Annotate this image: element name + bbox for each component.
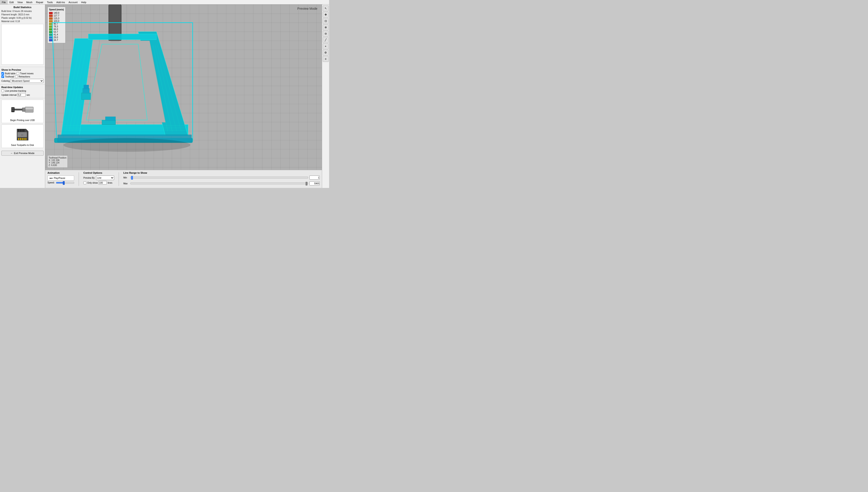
only-show-label: Only show bbox=[87, 181, 98, 184]
plastic-weight: Plastic weight: 9.09 g (0.02 lb) bbox=[1, 16, 44, 20]
live-preview-label: Live preview tracking bbox=[5, 90, 26, 92]
menu-account[interactable]: Account bbox=[67, 0, 79, 4]
svg-rect-3 bbox=[14, 109, 23, 110]
svg-rect-10 bbox=[22, 129, 23, 132]
settings-button[interactable]: ⚙ bbox=[323, 50, 329, 55]
svg-point-47 bbox=[64, 138, 191, 152]
preview-by-label: Preview By bbox=[84, 177, 95, 179]
move-button[interactable]: ✥ bbox=[323, 12, 329, 18]
measure-button[interactable]: ⌖ bbox=[323, 43, 329, 49]
coloring-label: Coloring bbox=[1, 80, 10, 82]
svg-rect-41 bbox=[81, 93, 91, 100]
svg-text:SD: SD bbox=[21, 134, 23, 136]
realtime-section: Real-time Updates Live preview tracking … bbox=[0, 84, 45, 98]
line-button[interactable]: ╱ bbox=[323, 37, 329, 43]
menu-mesh[interactable]: Mesh bbox=[24, 0, 34, 4]
filament-length: Filament length: 3023.0 mm bbox=[1, 13, 44, 16]
toolhead-z: Z: 6.630 bbox=[49, 164, 67, 167]
usb-image bbox=[9, 101, 36, 118]
only-show-row: Only show lines bbox=[84, 181, 114, 184]
speed-handle[interactable] bbox=[63, 181, 65, 185]
travel-moves-checkbox[interactable] bbox=[17, 72, 19, 75]
min-range-track[interactable] bbox=[131, 177, 308, 178]
preview-by-row: Preview By Line Layer Feature bbox=[84, 175, 114, 180]
retractions-checkbox[interactable] bbox=[15, 75, 18, 78]
zoom-in-button[interactable]: ⊕ bbox=[323, 24, 329, 30]
zoom-in-icon: ⊕ bbox=[325, 26, 327, 29]
cursor-button[interactable]: ↖ bbox=[323, 5, 329, 11]
svg-rect-14 bbox=[22, 138, 23, 140]
layers-icon: ≡ bbox=[325, 57, 326, 60]
toolhead-x: X: 132.336 bbox=[49, 159, 67, 162]
viewport-area: Speed (mm/s) 140.0 127.7 115,3 103.0 bbox=[45, 4, 322, 188]
svg-rect-1 bbox=[25, 107, 33, 109]
coloring-select[interactable]: Movement Speed Feature Type Temperature … bbox=[10, 79, 44, 83]
play-pause-button[interactable]: ⏮▶ Play/Pause bbox=[47, 175, 74, 180]
material-cost: Material cost: 0.18 bbox=[1, 20, 44, 23]
lines-label: lines bbox=[108, 181, 112, 184]
divider-2 bbox=[119, 172, 119, 186]
sd-svg: SD bbox=[13, 127, 33, 142]
min-value-input[interactable] bbox=[309, 175, 320, 179]
live-preview-checkbox[interactable] bbox=[1, 90, 4, 92]
svg-rect-13 bbox=[20, 138, 21, 140]
toolhead-checkbox[interactable] bbox=[1, 75, 4, 78]
left-panel: Build Statistics Build time: 0 hours 28 … bbox=[0, 4, 45, 188]
menu-repair[interactable]: Repair bbox=[34, 0, 45, 4]
show-in-preview-title: Show in Preview bbox=[1, 69, 44, 71]
play-icon: ⏮▶ bbox=[49, 177, 53, 179]
svg-rect-12 bbox=[18, 138, 19, 140]
realtime-title: Real-time Updates bbox=[1, 86, 44, 89]
max-label: Max bbox=[123, 182, 129, 185]
max-value-input[interactable] bbox=[309, 181, 320, 186]
menu-addins[interactable]: Add-Ins bbox=[54, 0, 67, 4]
zoom-out-button[interactable]: ⊖ bbox=[323, 31, 329, 36]
build-table-label: Build table bbox=[5, 72, 16, 75]
control-options-group: Control Options Preview By Line Layer Fe… bbox=[84, 171, 114, 184]
control-options-title: Control Options bbox=[84, 171, 114, 174]
save-toolpaths-card[interactable]: SD Save Toolpaths to Disk bbox=[1, 124, 44, 148]
layers-button[interactable]: ≡ bbox=[323, 56, 329, 62]
preview-by-select[interactable]: Line Layer Feature bbox=[96, 175, 114, 180]
toolhead-label: Toolhead bbox=[5, 75, 14, 78]
begin-printing-label: Begin Printing over USB bbox=[10, 119, 35, 122]
build-table-checkbox[interactable] bbox=[1, 72, 4, 75]
speed-control-row: Speed: bbox=[47, 181, 74, 184]
exit-preview-button[interactable]: ← Exit Preview Mode bbox=[1, 151, 44, 156]
max-range-track[interactable] bbox=[131, 182, 308, 184]
zoom-fit-button[interactable]: ⊡ bbox=[323, 18, 329, 24]
only-show-input[interactable] bbox=[98, 181, 107, 184]
build-stats-title: Build Statistics bbox=[1, 6, 44, 8]
menu-view[interactable]: View bbox=[16, 0, 25, 4]
travel-moves-label: Travel moves bbox=[20, 72, 34, 75]
speed-track[interactable] bbox=[56, 182, 74, 183]
svg-marker-37 bbox=[88, 34, 157, 40]
min-range-row: Min bbox=[123, 175, 320, 179]
exit-arrow-icon: ← bbox=[10, 152, 13, 154]
menu-edit[interactable]: Edit bbox=[8, 0, 16, 4]
min-range-handle[interactable] bbox=[131, 176, 133, 179]
menu-file[interactable]: File bbox=[0, 0, 8, 4]
update-interval-input[interactable] bbox=[17, 93, 26, 97]
model-svg bbox=[45, 4, 322, 170]
zoom-out-icon: ⊖ bbox=[325, 32, 327, 35]
zoom-fit-icon: ⊡ bbox=[325, 19, 327, 23]
show-in-preview-section: Show in Preview Build table Travel moves… bbox=[0, 67, 45, 84]
only-show-checkbox[interactable] bbox=[84, 181, 86, 184]
animation-title: Animation bbox=[47, 171, 74, 174]
begin-printing-card[interactable]: Begin Printing over USB bbox=[1, 100, 44, 123]
3d-viewport[interactable]: Speed (mm/s) 140.0 127.7 115,3 103.0 bbox=[45, 4, 322, 170]
svg-rect-43 bbox=[84, 85, 89, 89]
max-range-handle[interactable] bbox=[306, 182, 307, 186]
bottom-controls: Animation ⏮▶ Play/Pause Speed: Control O… bbox=[45, 170, 322, 188]
svg-rect-5 bbox=[12, 108, 14, 109]
line-range-title: Line Range to Show bbox=[123, 171, 320, 174]
max-range-row: Max bbox=[123, 181, 320, 186]
menu-help[interactable]: Help bbox=[79, 0, 88, 4]
min-label: Min bbox=[123, 176, 129, 179]
svg-rect-8 bbox=[18, 129, 19, 132]
main-layout: Build Statistics Build time: 0 hours 28 … bbox=[0, 4, 329, 188]
svg-rect-15 bbox=[24, 138, 25, 140]
menu-tools[interactable]: Tools bbox=[45, 0, 55, 4]
save-toolpaths-label: Save Toolpaths to Disk bbox=[11, 144, 34, 146]
